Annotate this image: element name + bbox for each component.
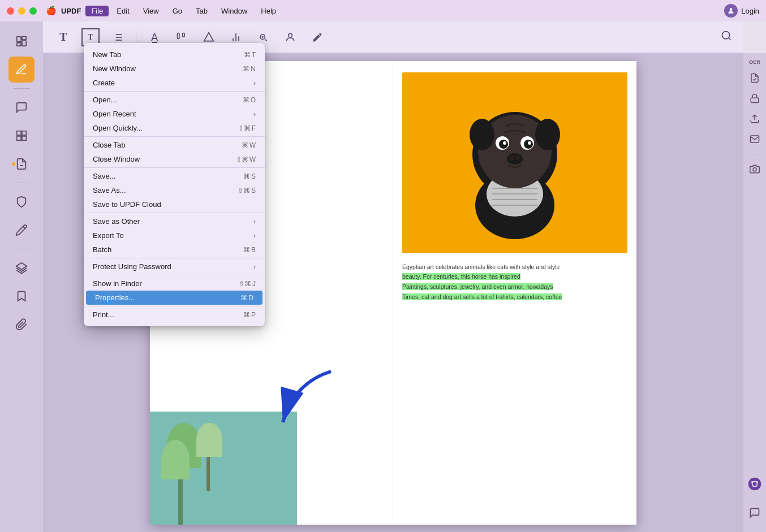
sidebar-sep-3 — [13, 249, 30, 249]
right-camera-icon[interactable] — [747, 161, 763, 177]
svg-rect-7 — [17, 136, 21, 140]
sidebar — [0, 21, 43, 532]
shortcut-close-window: ⇧⌘W — [236, 155, 256, 163]
search-button[interactable] — [721, 30, 732, 44]
sidebar-item-edit[interactable] — [8, 57, 35, 83]
svg-line-26 — [729, 38, 731, 40]
menu-group-export: Save as Other › Export To › Batch ⌘B — [84, 213, 265, 258]
pdf-text-plain: Egyptian art celebrates animals like cat… — [402, 263, 560, 270]
maximize-button[interactable] — [29, 7, 37, 15]
menu-group-open: Open... ⌘O Open Recent › Open Quickly...… — [84, 92, 265, 137]
menu-item-create[interactable]: Create › — [84, 76, 265, 90]
menu-item-save-cloud[interactable]: Save to UPDF Cloud — [84, 197, 265, 211]
ocr-button[interactable]: OCR — [749, 60, 760, 66]
svg-rect-5 — [17, 131, 21, 135]
menu-item-save[interactable]: Save... ⌘S — [84, 169, 265, 183]
apple-icon: 🍎 — [46, 6, 57, 16]
arrow-open-recent: › — [253, 110, 256, 118]
right-panel: OCR — [743, 53, 766, 532]
menu-item-print[interactable]: Print... ⌘P — [84, 308, 265, 322]
menu-window[interactable]: Window — [216, 6, 253, 16]
right-mail-icon[interactable] — [747, 131, 763, 147]
menu-item-new-window[interactable]: New Window ⌘N — [84, 62, 265, 76]
svg-rect-1 — [17, 37, 21, 42]
menu-item-save-as[interactable]: Save As... ⇧⌘S — [84, 183, 265, 197]
shortcut-close-tab: ⌘W — [242, 141, 256, 149]
shortcut-finder: ⇧⌘J — [239, 280, 256, 288]
pdf-text-highlighted-2: Paintings, sculptures, jewelry, and even… — [402, 283, 553, 290]
pdf-dog-image — [402, 72, 627, 253]
tool-text[interactable]: T — [54, 28, 72, 46]
svg-rect-3 — [22, 37, 26, 40]
sidebar-sep-2 — [13, 183, 30, 183]
updf-brand-icon — [747, 477, 762, 494]
menu-help[interactable]: Help — [255, 6, 282, 16]
tool-user[interactable] — [281, 28, 299, 46]
pdf-text-highlighted-3: Times, cat and dog art sells a lot of t-… — [402, 293, 562, 300]
svg-point-39 — [503, 141, 506, 145]
login-button[interactable]: Login — [724, 4, 759, 18]
sidebar-sep-1 — [13, 88, 30, 89]
arrow-export-to: › — [253, 231, 256, 240]
menu-item-new-tab[interactable]: New Tab ⌘T — [84, 47, 265, 62]
arrow-protect: › — [253, 262, 256, 271]
sidebar-item-protect[interactable] — [8, 189, 35, 215]
shortcut-open: ⌘O — [243, 96, 256, 104]
notification-dot — [12, 162, 15, 166]
sidebar-item-pages[interactable] — [8, 28, 35, 54]
shortcut-batch: ⌘B — [243, 246, 256, 254]
menu-item-show-finder[interactable]: Show in Finder ⇧⌘J — [84, 276, 265, 291]
app-name: UPDF — [61, 7, 81, 15]
close-button[interactable] — [7, 7, 14, 15]
menu-item-protect-password[interactable]: Protect Using Password › — [84, 259, 265, 274]
menu-group-new: New Tab ⌘T New Window ⌘N Create › — [84, 46, 265, 92]
menu-item-export-to[interactable]: Export To › — [84, 228, 265, 243]
menu-edit[interactable]: Edit — [111, 6, 135, 16]
menu-item-close-window[interactable]: Close Window ⇧⌘W — [84, 152, 265, 166]
login-label: Login — [741, 7, 759, 15]
sidebar-item-organize[interactable] — [8, 123, 35, 149]
menu-view[interactable]: View — [137, 6, 165, 16]
title-bar: 🍎 UPDF File Edit View Go Tab Window Help… — [0, 0, 766, 21]
pdf-bottom-text: Egyptian art celebrates animals like cat… — [402, 262, 627, 302]
traffic-lights — [7, 7, 37, 15]
minimize-button[interactable] — [18, 7, 25, 15]
svg-point-41 — [507, 153, 523, 165]
chat-icon[interactable] — [749, 507, 760, 521]
shortcut-new-window: ⌘N — [243, 65, 256, 73]
menu-tab[interactable]: Tab — [190, 6, 213, 16]
right-convert-icon[interactable] — [747, 70, 763, 86]
menu-group-save: Save... ⌘S Save As... ⇧⌘S Save to UPDF C… — [84, 168, 265, 213]
menu-item-batch[interactable]: Batch ⌘B — [84, 243, 265, 257]
arrow-create: › — [253, 79, 256, 87]
menu-item-open-quickly[interactable]: Open Quickly... ⇧⌘F — [84, 121, 265, 135]
menu-item-open[interactable]: Open... ⌘O — [84, 93, 265, 107]
sidebar-item-comment[interactable] — [8, 94, 35, 120]
shortcut-save: ⌘S — [243, 172, 256, 180]
sidebar-item-sign[interactable] — [8, 217, 35, 243]
shortcut-new-tab: ⌘T — [244, 51, 256, 59]
tool-pen[interactable] — [308, 28, 326, 46]
menu-item-save-other[interactable]: Save as Other › — [84, 214, 265, 228]
toolbar-sep-1 — [136, 31, 136, 44]
menu-go[interactable]: Go — [167, 6, 188, 16]
svg-rect-18 — [183, 33, 184, 37]
sidebar-item-convert[interactable] — [8, 151, 35, 177]
shortcut-save-as: ⇧⌘S — [238, 187, 256, 194]
sidebar-item-bookmark[interactable] — [8, 283, 35, 309]
svg-rect-17 — [178, 33, 179, 38]
menu-file[interactable]: File — [85, 6, 109, 16]
sidebar-item-layers[interactable] — [8, 255, 35, 281]
right-protect-icon[interactable] — [747, 90, 763, 106]
menu-item-open-recent[interactable]: Open Recent › — [84, 107, 265, 121]
right-export-icon[interactable] — [747, 111, 763, 127]
menu-item-close-tab[interactable]: Close Tab ⌘W — [84, 138, 265, 152]
svg-point-25 — [722, 32, 730, 39]
file-dropdown-menu: New Tab ⌘T New Window ⌘N Create › Open..… — [84, 43, 265, 326]
svg-marker-19 — [204, 32, 214, 41]
svg-rect-46 — [751, 98, 759, 102]
svg-point-42 — [510, 155, 514, 160]
pdf-text-highlighted-1: beauty. For centuries, this horse has in… — [402, 273, 520, 280]
sidebar-item-attach[interactable] — [8, 312, 35, 338]
menu-item-properties[interactable]: Properties... ⌘D — [86, 291, 262, 305]
